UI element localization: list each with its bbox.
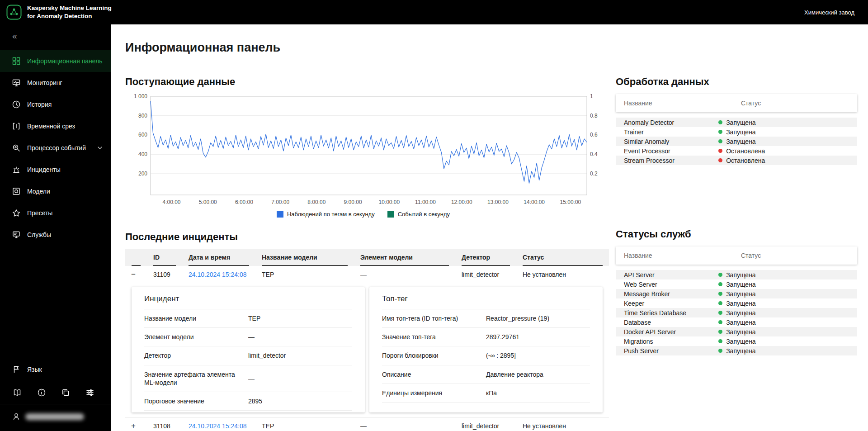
sidebar-item-dashboard[interactable]: Информационная панель bbox=[0, 50, 111, 72]
expand-row-button[interactable]: + bbox=[130, 422, 137, 430]
svg-text:1: 1 bbox=[590, 94, 593, 99]
service-status: Остановлена bbox=[718, 147, 765, 155]
sidebar-menu: Информационная панельМониторингИсторияВр… bbox=[0, 50, 111, 246]
incoming-data-title: Поступающие данные bbox=[125, 76, 609, 88]
sidebar-item-event-processor[interactable]: Процессор событий bbox=[0, 137, 111, 159]
service-row: MigrationsЗапущена bbox=[616, 336, 857, 346]
detail-value: 2897.29761 bbox=[486, 333, 590, 341]
incident-datetime-link[interactable]: 24.10.2024 15:24:08 bbox=[189, 422, 246, 430]
incoming-data-section: Поступающие данные 1 00080060040020010.8… bbox=[125, 76, 609, 218]
service-status: Запущена bbox=[718, 347, 756, 355]
incidents-column-header[interactable]: Дата и время bbox=[182, 249, 255, 266]
user-icon bbox=[12, 412, 21, 421]
collapse-row-button[interactable]: − bbox=[130, 270, 137, 278]
svg-text:200: 200 bbox=[138, 171, 147, 177]
incidents-icon bbox=[12, 165, 21, 174]
event-processor-icon bbox=[12, 143, 21, 152]
incidents-column-header[interactable]: Элемент модели bbox=[354, 249, 455, 266]
sidebar-item-models[interactable]: Модели bbox=[0, 180, 111, 202]
svg-text:400: 400 bbox=[138, 151, 147, 157]
status-dot-running bbox=[718, 320, 722, 324]
incidents-column-header[interactable] bbox=[125, 249, 147, 266]
status-dot-running bbox=[718, 339, 722, 343]
service-status: Запущена bbox=[718, 300, 756, 307]
info-icon[interactable] bbox=[37, 388, 46, 397]
incident-status: Не установлен bbox=[516, 417, 609, 431]
detail-value: 2895 bbox=[248, 398, 352, 405]
dashboard-icon bbox=[12, 57, 21, 66]
sidebar: « Информационная панельМониторингИстория… bbox=[0, 24, 111, 431]
incident-datetime-link[interactable]: 24.10.2024 15:24:08 bbox=[189, 271, 246, 278]
tenant-name[interactable]: Химический завод bbox=[804, 9, 854, 16]
incident-detector: limit_detector bbox=[455, 417, 516, 431]
incident-row: +3110824.10.2024 15:24:08ТЕР—limit_detec… bbox=[125, 417, 609, 431]
monitoring-icon bbox=[12, 78, 21, 87]
sidebar-item-incidents[interactable]: Инциденты bbox=[0, 159, 111, 180]
incident-detail: ИнцидентНазвание моделиТЕРЭлемент модели… bbox=[132, 287, 603, 412]
incidents-column-header[interactable]: Детектор bbox=[455, 249, 516, 266]
detail-row: Значение артефакта элемента ML-модели— bbox=[144, 365, 352, 392]
legend-label: Наблюдений по тегам в секунду bbox=[287, 211, 375, 218]
sidebar-item-history[interactable]: История bbox=[0, 94, 111, 115]
sidebar-item-label: Информационная панель bbox=[27, 57, 103, 65]
status-label: Запущена bbox=[726, 290, 756, 298]
status-label: Запущена bbox=[726, 300, 756, 307]
svg-text:0.6: 0.6 bbox=[590, 132, 598, 138]
detail-label: Единицы измерения bbox=[382, 389, 486, 397]
status-label: Запущена bbox=[726, 281, 756, 288]
service-name: Anomaly Detector bbox=[624, 119, 718, 126]
sidebar-toolbar bbox=[0, 381, 111, 404]
service-row: API ServerЗапущена bbox=[616, 270, 857, 279]
docs-icon[interactable] bbox=[61, 388, 70, 397]
models-icon bbox=[12, 187, 21, 196]
service-status: Запущена bbox=[718, 309, 756, 317]
processing-row: Anomaly DetectorЗапущена bbox=[616, 118, 857, 127]
sidebar-collapse-button[interactable]: « bbox=[0, 24, 111, 43]
flag-icon bbox=[12, 365, 21, 374]
sidebar-item-label: Мониторинг bbox=[27, 79, 62, 86]
service-row: DatabaseЗапущена bbox=[616, 317, 857, 327]
incidents-column-header[interactable]: Название модели bbox=[255, 249, 354, 266]
detail-label: Название модели bbox=[144, 314, 248, 322]
service-status: Запущена bbox=[718, 138, 756, 145]
status-label: Остановлена bbox=[726, 147, 765, 155]
processing-row: Stream ProcessorОстановлена bbox=[616, 156, 857, 165]
sidebar-item-label: Инциденты bbox=[27, 166, 61, 173]
status-label: Запущена bbox=[726, 128, 756, 136]
detail-label: Имя топ-тега (ID топ-тега) bbox=[382, 314, 486, 322]
app-title: Kaspersky Machine Learning for Anomaly D… bbox=[27, 4, 112, 20]
user-account[interactable] bbox=[0, 404, 111, 431]
incident-id: 31109 bbox=[147, 266, 182, 283]
detail-label: Пороги блокировки bbox=[382, 351, 486, 360]
sidebar-item-monitoring[interactable]: Мониторинг bbox=[0, 72, 111, 94]
kaspersky-logo-icon bbox=[6, 5, 22, 20]
settings-icon[interactable] bbox=[85, 388, 94, 397]
svg-text:0.2: 0.2 bbox=[590, 171, 598, 177]
service-status: Запущена bbox=[718, 328, 756, 336]
incident-element: — bbox=[354, 266, 455, 283]
recent-incidents-section: Последние инциденты IDДата и времяНазван… bbox=[125, 231, 609, 431]
svg-text:12:00:00: 12:00:00 bbox=[451, 199, 472, 205]
svg-text:6:00:00: 6:00:00 bbox=[235, 199, 253, 205]
language-selector[interactable]: Язык bbox=[0, 358, 111, 381]
book-icon[interactable] bbox=[13, 388, 22, 397]
incoming-data-chart[interactable]: 1 00080060040020010.80.60.40.24:00:005:0… bbox=[125, 94, 601, 208]
sidebar-item-label: Службы bbox=[27, 231, 51, 238]
incidents-column-header[interactable]: ID bbox=[147, 249, 182, 266]
status-dot-running bbox=[718, 130, 722, 134]
incidents-column-header[interactable]: Статус bbox=[516, 249, 609, 266]
detail-label: Описание bbox=[382, 370, 486, 379]
sidebar-item-services[interactable]: Службы bbox=[0, 224, 111, 246]
incident-id: 31108 bbox=[147, 417, 182, 431]
service-name: Database bbox=[624, 319, 718, 326]
sidebar-item-presets[interactable]: Пресеты bbox=[0, 202, 111, 224]
service-name: Event Processor bbox=[624, 147, 718, 155]
service-row: Docker API ServerЗапущена bbox=[616, 327, 857, 336]
service-name: Message Broker bbox=[624, 290, 718, 298]
sidebar-item-time-slice[interactable]: Временной срез bbox=[0, 115, 111, 137]
service-status: Запущена bbox=[718, 271, 756, 279]
toptag-detail-title: Топ-тег bbox=[382, 294, 590, 309]
legend-item: Наблюдений по тегам в секунду bbox=[277, 211, 375, 218]
detail-label: Детектор bbox=[144, 351, 248, 360]
history-icon bbox=[12, 100, 21, 109]
